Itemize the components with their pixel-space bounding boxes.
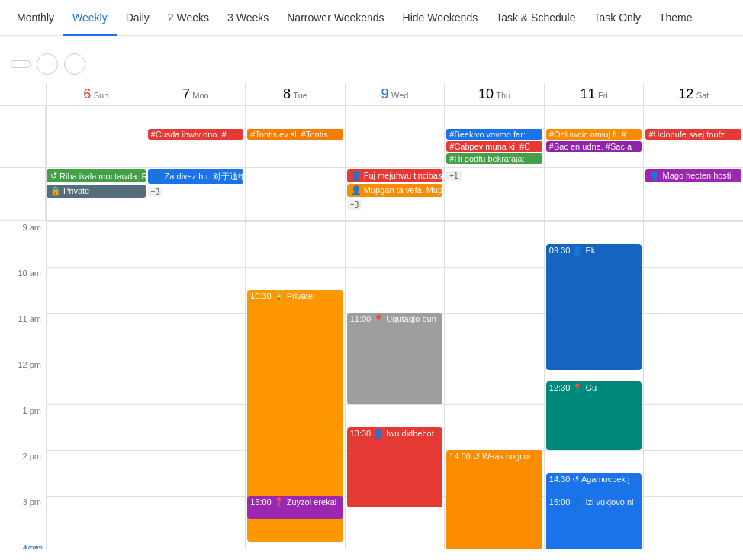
allday-cell-3: 👤 Fuj mejuhwu tincibas. Yuj mejuhwu tinc… (345, 168, 445, 220)
time-label-1: 10 am (0, 267, 46, 313)
time-event[interactable]: 09:30 👤 Ek (546, 244, 642, 370)
task-cell-3 (345, 127, 445, 167)
allday-event-mago[interactable]: 👤 Mago hecten hosti (645, 169, 741, 182)
task-label (0, 127, 46, 167)
nav-item-2weeks[interactable]: 2 Weeks (159, 0, 218, 36)
nav-item-monthly[interactable]: Monthly (8, 0, 63, 36)
header-day-8: 8 Tue (245, 83, 345, 105)
day-col-2: 10:30 🔒 Private15:00 📍 Zuyzol erekal (245, 221, 345, 549)
milestone-cell-6 (643, 106, 743, 127)
milestone-cell-4 (444, 106, 544, 127)
day-name: Sun (94, 91, 109, 100)
milestone-cell-2 (245, 106, 345, 127)
time-label-2: 11 am (0, 313, 46, 359)
milestone-cell-1 (146, 106, 246, 127)
nav-item-task-schedule[interactable]: Task & Schedule (487, 0, 584, 36)
allday-cell-2 (245, 168, 345, 220)
task-row: #Cusda ihwiv ono. ##Tontis ev sl. #Tonti… (0, 127, 743, 168)
toolbar (0, 45, 743, 83)
app-container: MonthlyWeeklyDaily2 Weeks3 WeeksNarrower… (0, 0, 743, 549)
day-number: 8 (283, 86, 291, 101)
allday-cell-1: 👤 Za divez hu. 对于迪维兹胡.+3 (146, 168, 246, 220)
task-chip[interactable]: #Beekivo vovmo far: (446, 129, 542, 140)
day-number: 12 (678, 86, 693, 101)
time-event[interactable]: 14:00 ↺ Weas bogcor (446, 450, 542, 549)
next-arrow[interactable] (64, 53, 85, 75)
time-label-5: 2 pm (0, 450, 46, 496)
time-label-4: 1 pm (0, 404, 46, 450)
day-name: Sat (696, 91, 709, 100)
allday-cell-0: ↺ Riha ikala moctawda. Riha ikala moctaw… (46, 168, 146, 220)
day-number: 7 (182, 86, 190, 101)
task-chip[interactable]: #Uclopufe saej toufz (645, 129, 741, 140)
top-nav: MonthlyWeeklyDaily2 Weeks3 WeeksNarrower… (0, 0, 743, 36)
time-grid[interactable]: 9 am10 am11 am12 pm1 pm2 pm3 pm4 pm5 pm1… (0, 221, 743, 549)
time-label-3: 12 pm (0, 359, 46, 404)
day-col-4: 14:00 ↺ Weas bogcor (444, 221, 544, 549)
prev-arrow[interactable] (37, 53, 58, 75)
day-name: Fri (598, 91, 608, 100)
current-time-dot (243, 549, 249, 549)
allday-label (0, 168, 46, 220)
milestone-cell-0 (46, 106, 146, 127)
timezone-row (0, 36, 743, 45)
nav-item-daily[interactable]: Daily (117, 0, 159, 36)
nav-item-weekly[interactable]: Weekly (63, 0, 117, 36)
task-chip[interactable]: #Cabpev muna ki. #C (446, 141, 542, 152)
header-day-10: 10 Thu (444, 83, 544, 105)
today-button[interactable] (11, 60, 31, 68)
time-event[interactable]: 12:30 📍 Gu (546, 381, 642, 450)
milestone-cell-3 (345, 106, 445, 127)
nav-item-3weeks[interactable]: 3 Weeks (218, 0, 278, 36)
milestone-row (0, 106, 743, 127)
plus-badge[interactable]: +3 (347, 200, 362, 210)
allday-cell-5 (544, 168, 644, 220)
day-col-3: 11:00 📍 Ugutaqjo bun13:30 👤 Iwu didbebot (345, 221, 445, 549)
current-time-label: 16:13 (24, 546, 43, 549)
day-col-6 (643, 221, 743, 549)
allday-event-za[interactable]: 👤 Za divez hu. 对于迪维兹胡. (148, 169, 244, 184)
task-cell-6: #Uclopufe saej toufz (643, 127, 743, 167)
time-event[interactable]: 13:30 👤 Iwu didbebot (347, 427, 443, 507)
task-chip[interactable]: #Tontis ev sl. #Tontis (247, 129, 343, 140)
day-number: 9 (381, 86, 389, 101)
calendar-container: 6 Sun7 Mon8 Tue9 Wed10 Thu11 Fri12 Sat #… (0, 83, 743, 549)
task-chip[interactable]: #Cusda ihwiv ono. # (148, 129, 244, 140)
nav-item-hide[interactable]: Hide Weekends (394, 0, 487, 36)
nav-item-theme[interactable]: Theme (650, 0, 702, 36)
time-label-0: 9 am (0, 221, 46, 267)
task-cell-4: #Beekivo vovmo far:#Cabpev muna ki. #C#H… (444, 127, 544, 167)
time-labels-col: 9 am10 am11 am12 pm1 pm2 pm3 pm4 pm5 pm1… (0, 221, 46, 549)
allday-row: ↺ Riha ikala moctawda. Riha ikala moctaw… (0, 168, 743, 221)
header-day-7: 7 Mon (146, 83, 246, 105)
plus-badge[interactable]: +3 (148, 187, 162, 197)
time-event[interactable]: 11:00 📍 Ugutaqjo bun (347, 313, 443, 404)
allday-event-private[interactable]: 🔒 Private (47, 185, 146, 198)
day-col-5: 09:30 👤 Ek12:30 📍 Gu14:30 ↺ Agamocbek j1… (544, 221, 644, 549)
time-label-6: 3 pm (0, 496, 46, 542)
task-chip[interactable]: #Hi godfu bekrafaja: (446, 153, 542, 164)
allday-event-fuj[interactable]: 👤 Fuj mejuhwu tincibas. Yuj mejuhwu tinc… (347, 169, 443, 182)
allday-event-mupgan[interactable]: 👤 Mupgan ta vefa. Mupgan ta vefa. (347, 184, 443, 197)
allday-cell-6: 👤 Mago hecten hosti (643, 168, 743, 220)
day-name: Wed (391, 91, 408, 100)
header-empty (0, 83, 46, 105)
header-day-6: 6 Sun (46, 83, 146, 105)
day-col-1 (146, 221, 246, 549)
plus-badge[interactable]: +1 (446, 171, 461, 181)
day-columns: 10:30 🔒 Private15:00 📍 Zuyzol erekal11:0… (46, 221, 743, 549)
milestone-cell-5 (544, 106, 644, 127)
day-name: Thu (496, 91, 510, 100)
day-number: 10 (478, 86, 494, 101)
day-col-0 (46, 221, 146, 549)
time-event[interactable]: 15:00 📍 Zuyzol erekal (247, 496, 343, 519)
time-event[interactable]: 15:00 👤 Izi vukjovo ni (546, 496, 642, 549)
task-cell-1: #Cusda ihwiv ono. # (146, 127, 246, 167)
day-number: 6 (83, 86, 91, 101)
day-header-row: 6 Sun7 Mon8 Tue9 Wed10 Thu11 Fri12 Sat (0, 83, 743, 106)
allday-event-riha[interactable]: ↺ Riha ikala moctawda. Riha ikala moctaw… (47, 169, 146, 182)
task-chip[interactable]: #Ohluwcic omłuj fi. # (546, 129, 642, 140)
task-chip[interactable]: #Sac en udne. #Sac a (546, 141, 642, 152)
nav-item-narrower[interactable]: Narrower Weekends (278, 0, 393, 36)
nav-item-task-only[interactable]: Task Only (584, 0, 649, 36)
